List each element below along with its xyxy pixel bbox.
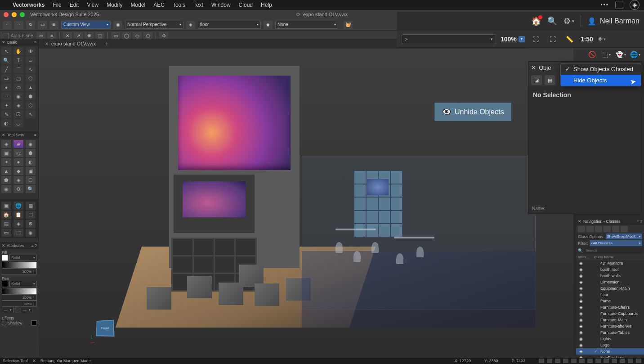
- rounded-rect-tool[interactable]: ▢: [13, 74, 23, 82]
- visibility-toggle[interactable]: ◉: [578, 305, 584, 310]
- close-icon[interactable]: ✕: [578, 219, 581, 224]
- menubar-control-icon[interactable]: [615, 1, 623, 9]
- attr-menu-icon[interactable]: ≡ ?: [31, 243, 37, 248]
- util-2[interactable]: 🌐: [13, 202, 23, 210]
- menu-aec[interactable]: AEC: [153, 2, 165, 8]
- class-row[interactable]: ◉Furniture-Chairs: [576, 304, 644, 310]
- visibility-toggle[interactable]: ◉: [578, 311, 584, 316]
- class-row[interactable]: ◉42" Monitors: [576, 260, 644, 266]
- ts-tool-15[interactable]: ⬡: [26, 176, 36, 184]
- line-style-dd[interactable]: —: [2, 307, 13, 313]
- nav-tab-6[interactable]: [621, 226, 628, 232]
- util-1[interactable]: ▣: [1, 202, 11, 210]
- nav-tab-3[interactable]: [595, 226, 602, 232]
- class-row[interactable]: ◉booth walls: [576, 273, 644, 279]
- util-3[interactable]: ▦: [26, 202, 36, 210]
- snap-5[interactable]: [571, 359, 577, 363]
- fill-color-swatch[interactable]: [2, 255, 8, 261]
- class-row[interactable]: ◉Furniture-shelves: [576, 323, 644, 329]
- symbol-tool[interactable]: ⬡: [26, 101, 36, 109]
- zoom-control[interactable]: 100% ▾: [501, 36, 525, 43]
- menu-modify[interactable]: Modify: [107, 2, 122, 8]
- render-icon[interactable]: ◉: [113, 21, 122, 29]
- sec-dropdown[interactable]: >: [402, 34, 496, 44]
- flyover-tool[interactable]: 👁: [26, 47, 36, 55]
- snap-8[interactable]: [595, 359, 601, 363]
- basic-palette-header[interactable]: ✕ Basic ≡: [0, 39, 38, 46]
- nav-tab-1[interactable]: [578, 226, 585, 232]
- viewport[interactable]: 👁‍🗨 Unhide Objects Front — |: [39, 49, 573, 358]
- scale-display[interactable]: 1:50: [581, 36, 593, 43]
- pen-mode-dropdown[interactable]: Solid: [9, 281, 37, 287]
- attribute-tool[interactable]: ⚀: [13, 110, 23, 118]
- 2d-poly-tool[interactable]: ⬢: [26, 92, 36, 100]
- class-row[interactable]: ◉Furniture-Main: [576, 317, 644, 323]
- line-tool[interactable]: ╱: [1, 65, 11, 73]
- circle-tool[interactable]: ●: [1, 83, 11, 91]
- menu-view[interactable]: View: [87, 2, 98, 8]
- util-8[interactable]: ◈: [13, 220, 23, 228]
- close-window-button[interactable]: [4, 12, 9, 17]
- col-visibility[interactable]: Visib…: [578, 255, 589, 259]
- ts-tool-14[interactable]: ◈: [13, 176, 23, 184]
- nav-header[interactable]: ✕ Navigation - Classes ≡ ?: [576, 218, 644, 225]
- util-10[interactable]: ▭: [1, 229, 11, 237]
- ts-tool-16[interactable]: ◉: [1, 185, 11, 193]
- pen-gradient[interactable]: [2, 288, 37, 294]
- shadow-checkbox[interactable]: [2, 321, 6, 325]
- nav-tab-4[interactable]: [604, 226, 611, 232]
- oval-tool[interactable]: ⬭: [13, 83, 23, 91]
- class-row[interactable]: ◉Furniture-Tables: [576, 329, 644, 336]
- class-row[interactable]: ◉Dimension: [576, 279, 644, 285]
- layer-dropdown[interactable]: floor: [198, 21, 261, 29]
- axis-cube[interactable]: Front: [96, 320, 114, 337]
- snap-3[interactable]: [555, 359, 560, 363]
- menu-tools[interactable]: Tools: [173, 2, 185, 8]
- util-11[interactable]: ⬚: [13, 229, 23, 237]
- class-row[interactable]: ◉booth roof: [576, 266, 644, 273]
- locus-tool[interactable]: ✦: [1, 101, 11, 109]
- ts-tool-5[interactable]: ◎: [13, 149, 23, 157]
- visibility-toggle[interactable]: ◉: [578, 261, 584, 265]
- snap-9[interactable]: [604, 359, 609, 363]
- crop-dropdown[interactable]: ⬚: [601, 49, 612, 59]
- col-classname[interactable]: Class Name: [594, 255, 642, 259]
- ts-tool-7[interactable]: ✦: [1, 158, 11, 166]
- visibility-toggle[interactable]: ◉: [578, 324, 584, 328]
- line-end-dd[interactable]: —: [21, 307, 32, 313]
- palette-menu-icon[interactable]: ≡: [34, 133, 36, 137]
- visibility-toggle[interactable]: ◉: [578, 343, 584, 347]
- layers-icon[interactable]: ≡: [49, 21, 58, 29]
- visibility-toggle[interactable]: ◉: [578, 330, 584, 335]
- ts-tool-4[interactable]: ▣: [1, 149, 11, 157]
- app-name[interactable]: Vectorworks: [13, 2, 45, 8]
- menu-edit[interactable]: Edit: [70, 2, 79, 8]
- util-4[interactable]: 🏠: [1, 211, 11, 219]
- fill-gradient[interactable]: [2, 262, 37, 268]
- close-icon[interactable]: ✕: [2, 243, 5, 248]
- snap-11[interactable]: [620, 359, 625, 363]
- class-row[interactable]: ◉floor: [576, 292, 644, 298]
- util-6[interactable]: ⬚: [26, 211, 36, 219]
- ts-tool-2[interactable]: ▰: [13, 140, 23, 148]
- snap-7[interactable]: [587, 359, 593, 363]
- zoom-dropdown-icon[interactable]: ▾: [519, 36, 525, 42]
- fill-mode-dropdown[interactable]: Solid: [9, 255, 37, 261]
- new-tab-button[interactable]: +: [105, 40, 108, 47]
- shadow-swatch[interactable]: [31, 320, 37, 326]
- snap-10[interactable]: [612, 359, 617, 363]
- visibility-toggle[interactable]: ◉: [578, 337, 584, 341]
- fill-opacity[interactable]: 100% ⋮: [2, 268, 37, 274]
- visibility-toggle[interactable]: ◉: [578, 292, 584, 297]
- mirror-tool[interactable]: ↖: [26, 110, 36, 118]
- fit-page-button[interactable]: ⛶: [529, 34, 542, 44]
- selection-tool[interactable]: ↖: [1, 47, 11, 55]
- save-view-button[interactable]: ▭: [38, 21, 47, 29]
- filter-dropdown[interactable]: <All Classes>: [590, 240, 643, 246]
- visibility-toggle[interactable]: ◉: [578, 299, 584, 303]
- hide-objects-item[interactable]: Hide Objects: [561, 75, 641, 86]
- basket-icon[interactable]: 🧺: [344, 21, 353, 29]
- polygon-tool[interactable]: ⬠: [26, 74, 36, 82]
- show-ghosted-item[interactable]: Show Objects Ghosted: [561, 63, 641, 75]
- spiral-tool[interactable]: ◉: [13, 92, 23, 100]
